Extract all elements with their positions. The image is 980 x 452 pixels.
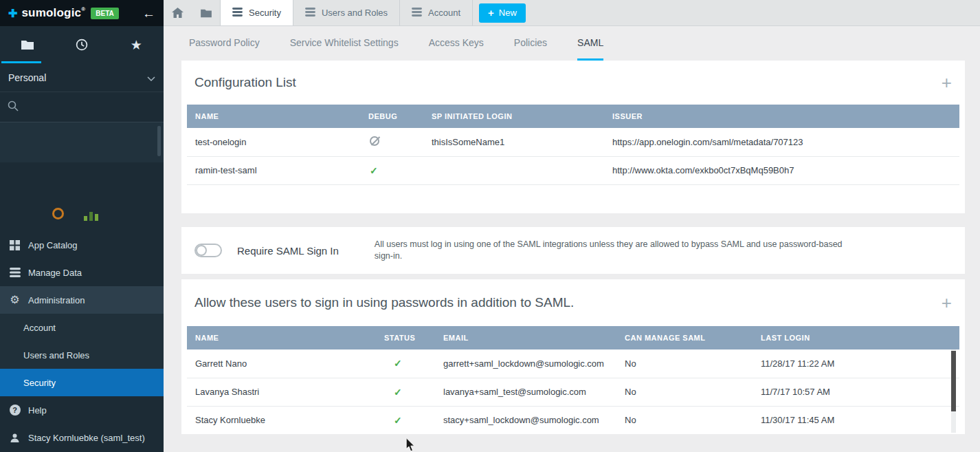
plus-icon: + — [488, 7, 494, 19]
allow-list-card: Allow these users to sign in using passw… — [181, 279, 965, 434]
layers-icon — [305, 8, 315, 19]
add-configuration-button[interactable]: + — [942, 74, 952, 92]
table-row[interactable]: Lavanya Shastri ✓ lavanya+saml_test@sumo… — [187, 378, 959, 406]
require-saml-description: All users must log in using one of the S… — [375, 239, 952, 263]
add-allowed-user-button[interactable]: + — [942, 294, 952, 312]
table-row[interactable]: test-onelogin thisIsSomeName1 https://ap… — [187, 128, 959, 156]
disabled-slash-icon — [370, 136, 379, 146]
sidebar-item-security[interactable]: Security — [0, 369, 164, 396]
beta-badge: BETA — [91, 8, 118, 19]
require-saml-toggle[interactable] — [194, 244, 222, 257]
library-scope-dropdown[interactable]: Personal — [0, 63, 164, 92]
tab-label: Security — [249, 8, 281, 18]
sp-login-cell: thisIsSomeName1 — [423, 128, 604, 156]
security-subnav: Password Policy Service Whitelist Settin… — [164, 26, 980, 61]
recents-clock-icon[interactable] — [54, 39, 109, 51]
can-manage-saml-cell: No — [616, 349, 753, 378]
column-header-email: EMAIL — [435, 326, 616, 349]
subtab-policies[interactable]: Policies — [514, 26, 547, 61]
subtab-access-keys[interactable]: Access Keys — [429, 26, 484, 61]
email-cell: lavanya+saml_test@sumologic.com — [435, 378, 616, 406]
spinner-circle-icon — [52, 208, 64, 219]
table-scrollbar-track[interactable] — [951, 349, 956, 433]
library-scrollbar[interactable] — [157, 126, 161, 156]
table-row[interactable]: ramin-test-saml ✓ http://www.okta.com/ex… — [187, 156, 959, 184]
status-cell: ✓ — [376, 406, 435, 434]
subtab-password-policy[interactable]: Password Policy — [189, 26, 260, 61]
tab-users-and-roles[interactable]: Users and Roles — [293, 0, 399, 25]
sidebar-item-account[interactable]: Account — [0, 314, 164, 341]
sidebar-item-users-and-roles[interactable]: Users and Roles — [0, 341, 164, 369]
bar-chart-icon — [84, 212, 98, 221]
sidebar-icon-tabs: ★ — [0, 26, 164, 63]
sidebar-item-label: Administration — [28, 295, 85, 305]
collapse-sidebar-icon[interactable]: ← — [142, 7, 155, 20]
issuer-cell: https://app.onelogin.com/saml/metadata/7… — [604, 128, 959, 156]
subtab-service-whitelist-settings[interactable]: Service Whitelist Settings — [290, 26, 399, 61]
new-button[interactable]: + New — [479, 3, 526, 23]
sidebar-item-user-account[interactable]: Stacy Kornluebke (saml_test) — [0, 424, 164, 452]
table-row[interactable]: Garrett Nano ✓ garrett+saml_lockdown@sum… — [187, 349, 959, 378]
main-area: Security Users and Roles Account + New P… — [164, 0, 980, 452]
grid-icon — [9, 240, 21, 250]
logo-text: sumologic® — [21, 6, 85, 20]
new-button-label: New — [499, 8, 517, 18]
column-header-name: NAME — [187, 105, 360, 128]
library-folder-icon[interactable] — [0, 39, 54, 50]
favorites-star-icon[interactable]: ★ — [109, 39, 164, 52]
tab-label: Users and Roles — [322, 8, 388, 18]
can-manage-saml-cell: No — [616, 406, 753, 434]
folder-icon[interactable] — [192, 0, 220, 25]
email-cell: garrett+saml_lockdown@sumologic.com — [435, 349, 616, 378]
subtab-saml[interactable]: SAML — [577, 26, 603, 61]
column-header-debug: DEBUG — [360, 105, 423, 128]
tab-label: Account — [428, 8, 460, 18]
can-manage-saml-cell: No — [616, 378, 753, 406]
last-login-cell: 11/28/17 11:22 AM — [753, 349, 959, 378]
column-header-status: STATUS — [376, 326, 435, 349]
sumologic-logo-icon: ✚ — [8, 7, 17, 20]
last-login-cell: 11/7/17 10:57 AM — [753, 378, 959, 406]
debug-cell: ✓ — [360, 156, 423, 184]
person-icon — [9, 433, 21, 443]
allow-list-title: Allow these users to sign in using passw… — [194, 295, 574, 310]
sidebar-item-label: Help — [28, 405, 47, 416]
sidebar-item-app-catalog[interactable]: App Catalog — [0, 231, 164, 259]
user-name-cell: Lavanya Shastri — [187, 378, 376, 406]
column-header-can-manage-saml: CAN MANAGE SAML — [616, 326, 753, 349]
sidebar-item-label: Security — [23, 378, 56, 388]
enabled-check-icon: ✓ — [394, 415, 402, 426]
sidebar-item-label: Account — [23, 323, 56, 333]
layers-icon — [9, 268, 21, 277]
user-name-cell: Stacy Kornluebke — [187, 406, 376, 434]
table-row[interactable]: Stacy Kornluebke ✓ stacy+saml_lockdown@s… — [187, 406, 959, 434]
toggle-knob — [196, 245, 207, 256]
library-list-panel[interactable] — [0, 122, 164, 162]
sidebar-item-administration[interactable]: ⚙ Administration — [0, 286, 164, 314]
sidebar-item-label: Manage Data — [28, 268, 82, 278]
chevron-down-icon — [147, 72, 155, 83]
column-header-sp-initiated-login: SP INITIATED LOGIN — [423, 105, 604, 128]
tab-account[interactable]: Account — [399, 0, 473, 25]
sidebar-item-manage-data[interactable]: Manage Data — [0, 259, 164, 286]
sidebar-item-label: App Catalog — [28, 240, 78, 250]
sidebar: ✚ sumologic® BETA ← ★ Personal — [0, 0, 164, 452]
table-scrollbar-thumb[interactable] — [951, 351, 956, 411]
home-icon[interactable] — [164, 0, 192, 25]
gear-icon: ⚙ — [9, 294, 21, 305]
library-scope-label: Personal — [8, 72, 46, 83]
status-cell: ✓ — [376, 349, 435, 378]
configuration-list-title: Configuration List — [194, 75, 296, 90]
user-name-label: Stacy Kornluebke (saml_test) — [28, 433, 145, 443]
enabled-check-icon: ✓ — [394, 387, 402, 398]
layers-icon — [232, 8, 243, 19]
require-saml-card: Require SAML Sign In All users must log … — [181, 227, 965, 274]
sidebar-item-help[interactable]: ? Help — [0, 396, 164, 424]
config-name-cell: ramin-test-saml — [187, 156, 360, 184]
last-login-cell: 11/30/17 11:45 AM — [753, 406, 959, 434]
library-search[interactable] — [0, 92, 164, 122]
loading-illustration — [0, 204, 164, 233]
configuration-list-card: Configuration List + NAME DEBUG SP INITI… — [181, 61, 965, 213]
require-saml-label: Require SAML Sign In — [237, 245, 339, 257]
tab-security[interactable]: Security — [220, 0, 293, 25]
